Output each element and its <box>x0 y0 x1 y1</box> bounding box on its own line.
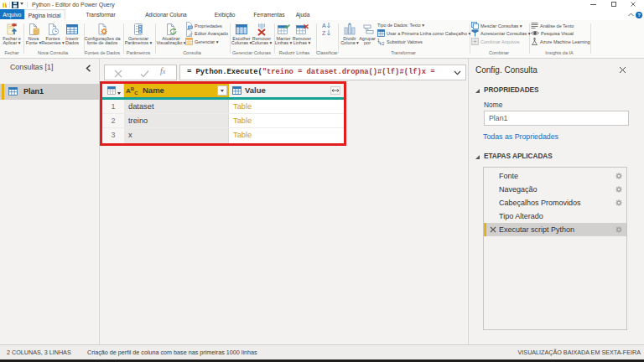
svg-text:Z: Z <box>322 30 326 36</box>
svg-text:2: 2 <box>382 41 385 45</box>
svg-text:1: 1 <box>377 38 380 43</box>
svg-text:A: A <box>322 23 326 28</box>
